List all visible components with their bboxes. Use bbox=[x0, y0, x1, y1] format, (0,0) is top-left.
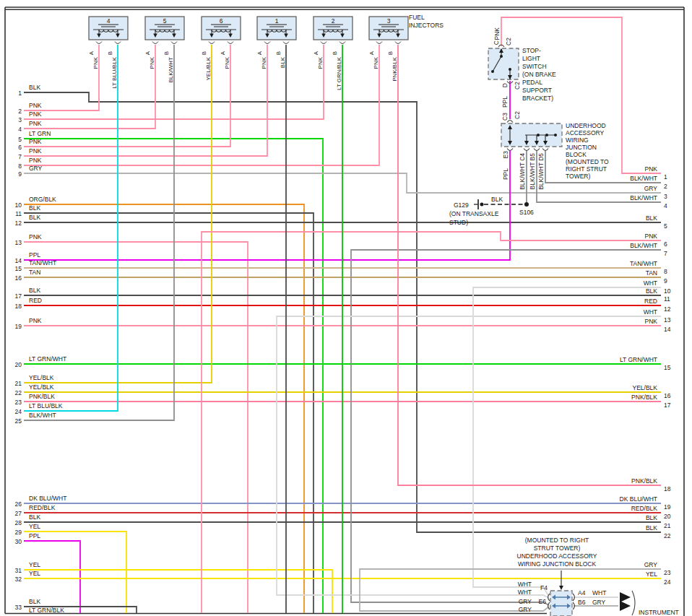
injector-number: 4 bbox=[107, 17, 111, 25]
injector-pin-letter: B bbox=[332, 51, 338, 55]
wiring-diagram-page: 4APNKBLT BLU/BLK5APNKBBLK/WHT6BYEL/BLKAP… bbox=[0, 0, 692, 616]
right-row-number: 16 bbox=[664, 392, 671, 399]
connector-arc-icon bbox=[542, 149, 548, 151]
text-label: WIRING JUNCTION BLOCK bbox=[518, 560, 596, 568]
left-wire-label: PNK bbox=[29, 102, 42, 109]
injector-pin-letter: A bbox=[368, 51, 375, 55]
left-wire-label: TAN bbox=[29, 269, 40, 276]
injector-pin-letter: B bbox=[163, 51, 170, 55]
right-row-number: 5 bbox=[664, 222, 667, 230]
right-wire-label: BLK bbox=[646, 524, 657, 532]
right-row-number: 9 bbox=[664, 277, 667, 285]
left-wire-label: ORG/BLK bbox=[29, 196, 56, 203]
right-row-number: 3 bbox=[664, 193, 667, 200]
injector-wire-label: PNK bbox=[373, 56, 379, 69]
splice-dot bbox=[524, 202, 529, 207]
left-wire-label: LT GRN bbox=[29, 130, 51, 137]
injector-pin-letter: B bbox=[201, 51, 207, 55]
right-wire-label: RED/BLK bbox=[631, 505, 658, 512]
connector-arc-icon bbox=[524, 149, 529, 151]
injector-wire-label: PNK bbox=[224, 56, 230, 69]
left-row-number: 24 bbox=[15, 408, 22, 415]
left-row-number: 18 bbox=[15, 303, 22, 310]
injector-wire-label: BLK/WHT bbox=[168, 57, 174, 83]
text-label: C2 bbox=[514, 111, 521, 119]
right-row-number: 24 bbox=[664, 578, 671, 586]
injector-pin-letter: A bbox=[88, 51, 95, 55]
right-wire-label: BLK bbox=[646, 514, 657, 521]
text-label: PPL bbox=[501, 96, 509, 108]
left-row-number: 32 bbox=[15, 576, 22, 583]
connector-arc-icon bbox=[632, 591, 635, 615]
text-label: WHT bbox=[518, 581, 532, 588]
text-label: BLK/WHT B5 bbox=[529, 153, 536, 190]
connector-arc-icon bbox=[534, 149, 540, 151]
left-wire-label: GRY bbox=[29, 165, 43, 172]
right-row-number: 12 bbox=[664, 305, 671, 313]
left-row-number: 12 bbox=[15, 220, 22, 227]
left-row-number: 9 bbox=[18, 170, 22, 178]
left-row-number: 5 bbox=[18, 136, 22, 143]
injector-pin-letter: A bbox=[220, 51, 226, 55]
right-wire-label: BLK/WHT bbox=[630, 242, 657, 249]
text-label: BRACKET) bbox=[522, 95, 553, 102]
injector-wire-label: PNK bbox=[261, 56, 267, 69]
text-label: (MOUNTED TO RIGHT bbox=[525, 537, 589, 544]
text-label: BLK/WHT D5 bbox=[537, 153, 545, 190]
right-row-number: 19 bbox=[664, 503, 671, 511]
left-wire-label: YEL bbox=[29, 570, 40, 577]
right-row-number: 4 bbox=[664, 202, 667, 209]
left-wire-label: YEL bbox=[29, 561, 40, 568]
left-wire-label: PNK bbox=[29, 233, 42, 240]
left-wire-label: BLK bbox=[29, 513, 40, 521]
connector-arc-icon bbox=[376, 42, 382, 44]
text-label: GRY bbox=[592, 599, 606, 606]
wire-pnk bbox=[24, 45, 230, 147]
left-row-number: 23 bbox=[15, 399, 22, 406]
left-row-number: 10 bbox=[15, 201, 22, 209]
right-row-number: 17 bbox=[664, 402, 671, 409]
right-wire-label: WHT bbox=[644, 308, 657, 316]
right-row-number: 21 bbox=[664, 522, 671, 529]
connector-arc-icon bbox=[339, 42, 345, 44]
text-label: SWITCH bbox=[522, 63, 547, 70]
left-row-number: 3 bbox=[18, 116, 22, 123]
splice-dot bbox=[537, 134, 540, 136]
text-label: STRUT TOWER) bbox=[534, 545, 581, 552]
text-label: PPL bbox=[502, 168, 509, 180]
connector-arc-icon bbox=[209, 42, 215, 44]
right-row-number: 1 bbox=[664, 173, 667, 181]
left-wire-label: PPL bbox=[29, 251, 40, 259]
right-wire-label: DK BLU/WHT bbox=[620, 495, 657, 503]
left-wire-label: PNK bbox=[29, 110, 42, 118]
left-wire-label: LT GRN/BLK bbox=[29, 607, 64, 614]
underhood-junction-block-2-box bbox=[550, 591, 572, 616]
right-wire-label: BLK bbox=[646, 287, 657, 295]
injector-number: 1 bbox=[275, 17, 279, 25]
right-wire-label: LT GRN/WHT bbox=[620, 356, 657, 363]
left-wire-label: PNK bbox=[29, 138, 42, 145]
text-label: (ON BRAKE bbox=[522, 71, 556, 78]
right-row-number: 7 bbox=[664, 250, 667, 257]
text-label: BLOCK bbox=[566, 151, 587, 158]
text-label: C2 bbox=[514, 82, 521, 90]
left-wire-label: BLK/WHT bbox=[29, 412, 56, 419]
text-label: E6 bbox=[539, 598, 547, 605]
splice-dot bbox=[554, 134, 557, 136]
connector-arc-icon bbox=[171, 42, 177, 44]
text-label: BLK bbox=[491, 196, 503, 203]
right-row-number: 2 bbox=[664, 183, 667, 190]
left-wire-label: RED/BLK bbox=[29, 504, 56, 511]
left-row-number: 21 bbox=[15, 380, 22, 387]
connector-arc-icon bbox=[152, 42, 158, 44]
text-label: FUEL bbox=[409, 14, 425, 21]
right-wire-label: PNK/BLK bbox=[631, 477, 657, 485]
left-row-number: 30 bbox=[15, 538, 22, 545]
left-row-number: 17 bbox=[15, 292, 22, 300]
wiring-diagram: 4APNKBLT BLU/BLK5APNKBBLK/WHT6BYEL/BLKAP… bbox=[0, 0, 692, 616]
text-label: E3 bbox=[502, 151, 509, 159]
connector-arc-icon bbox=[283, 42, 289, 44]
injector-wire-label: PNK/BLK bbox=[392, 56, 398, 81]
connector-arc-icon bbox=[507, 149, 513, 151]
right-wire-label: PNK bbox=[645, 165, 658, 173]
